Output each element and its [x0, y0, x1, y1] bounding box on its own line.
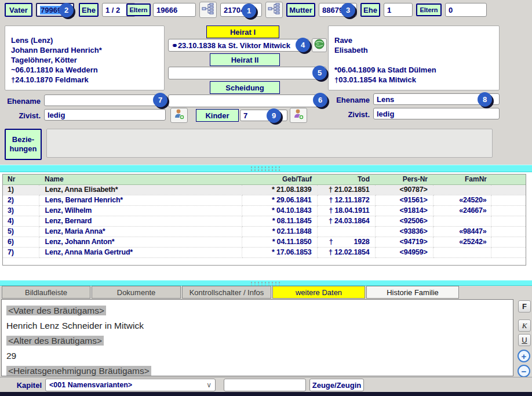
- table-cell: * 04.11.1850: [242, 237, 317, 247]
- kapitel-dropdown[interactable]: <001 Namensvarianten> ∨: [45, 379, 216, 391]
- table-cell: * 04.10.1843: [242, 205, 317, 216]
- chevron-down-icon: ∨: [206, 381, 212, 389]
- table-row[interactable]: 2)Lens, Bernard Henrich** 29.06.1841† 12…: [3, 195, 526, 205]
- pedigree-tree-icon: [202, 3, 214, 17]
- tab-historie-familie[interactable]: Historie Familie: [366, 286, 459, 299]
- relations-panel: [46, 129, 493, 158]
- table-cell: * 02.11.1848: [242, 226, 317, 237]
- table-cell: [317, 226, 375, 237]
- table-cell: «25242»: [433, 237, 491, 247]
- table-cell: 7): [3, 247, 39, 257]
- splitter-bottom[interactable]: [0, 280, 532, 286]
- zeuge-zeugin-button[interactable]: Zeuge/Zeugin: [309, 379, 364, 391]
- ehe-left-button[interactable]: Ehe: [79, 3, 99, 17]
- table-cell-gutter: [491, 216, 526, 226]
- beziehungen-button[interactable]: Bezie- hungen: [5, 129, 42, 160]
- tab-weitere-daten[interactable]: weitere Daten: [272, 286, 365, 299]
- scheidung-field[interactable]: [168, 95, 326, 107]
- eltern-right-field[interactable]: 0: [445, 3, 487, 17]
- details-pane[interactable]: <Vater des Bräutigams>Henrich Lenz Schne…: [1, 299, 513, 376]
- table-row[interactable]: 6)Lenz, Johann Anton** 04.11.1850† 1928<…: [3, 237, 526, 247]
- zoom-out-button[interactable]: −: [518, 365, 530, 377]
- bold-button[interactable]: F: [518, 300, 531, 313]
- table-row[interactable]: 7)Lenz, Anna Maria Gertrud** 17.06.1853†…: [3, 247, 526, 257]
- vater-button[interactable]: Vater: [5, 3, 32, 17]
- wife-panel: Rave Elisabeth *06.04.1809 ka Stadt Dülm…: [328, 26, 500, 90]
- table-cell: * 08.11.1845: [242, 216, 317, 226]
- add-son-button[interactable]: [170, 108, 188, 123]
- table-cell-gutter: [491, 237, 526, 247]
- ehe-right-field[interactable]: 1: [384, 3, 413, 17]
- children-table: NrNameGeb/TaufTodPers-NrFamNr 1)Lenz, An…: [2, 174, 526, 266]
- table-row[interactable]: 1)Lenz, Anna Elisabeth** 21.08.1839† 21.…: [3, 184, 526, 195]
- wife-death: †03.01.1854 ka Mitwick: [334, 75, 493, 85]
- ehe-right-button[interactable]: Ehe: [360, 3, 380, 17]
- kapitel-label: Kapitel: [9, 381, 42, 390]
- heirat1-field[interactable]: ⚭23.10.1838 ka St. Viktor Mitwick: [168, 39, 309, 52]
- table-cell: «98447»: [433, 226, 491, 237]
- heirat1-button[interactable]: Heirat I: [206, 26, 279, 38]
- beziehungen-line1: Bezie-: [12, 135, 34, 144]
- annotation-badge-6: 6: [313, 93, 327, 107]
- pedigree-tree-button-right[interactable]: [265, 2, 283, 18]
- table-cell: <93836>: [375, 226, 433, 237]
- table-cell: [433, 247, 491, 257]
- mutter-button[interactable]: Mutter: [286, 3, 315, 17]
- table-cell: † 1928: [317, 237, 375, 247]
- underline-button[interactable]: U: [518, 334, 531, 346]
- table-cell-gutter: [491, 247, 526, 257]
- splitter-top[interactable]: [0, 165, 532, 172]
- table-cell: <91814>: [375, 205, 433, 216]
- children-table-zone: NrNameGeb/TaufTodPers-NrFamNr 1)Lenz, An…: [0, 172, 532, 280]
- table-cell: † 21.02.1851: [317, 184, 375, 195]
- pedigree-tree-icon: [268, 3, 280, 17]
- zoom-in-button[interactable]: +: [518, 350, 530, 362]
- minus-icon: −: [522, 367, 527, 376]
- husband-death: †24.10.1870 Feldmark: [11, 75, 158, 85]
- detail-text-line: 29: [6, 348, 508, 364]
- annotation-badge-9: 9: [267, 108, 281, 123]
- italic-button[interactable]: K: [518, 319, 531, 332]
- zivst-left-field[interactable]: ledig: [44, 109, 166, 121]
- bottom-bar: Kapitel <001 Namensvarianten> ∨ Zeuge/Ze…: [0, 377, 532, 392]
- heirat2-field[interactable]: [168, 67, 326, 79]
- witness-input[interactable]: [224, 379, 306, 391]
- pedigree-tree-button-left[interactable]: [199, 2, 217, 18]
- tab-kontrollschalter-infos[interactable]: Kontrollschalter / Infos: [182, 286, 271, 299]
- table-row[interactable]: 4)Lenz, Bernard* 08.11.1845† 24.03.1864<…: [3, 216, 526, 226]
- heirat2-button[interactable]: Heirat II: [210, 53, 280, 66]
- beziehungen-line2: hungen: [10, 144, 37, 154]
- kinder-button[interactable]: Kinder: [196, 109, 239, 122]
- column-header[interactable]: Tod: [317, 175, 375, 184]
- scheidung-button[interactable]: Scheidung: [210, 81, 280, 94]
- column-header[interactable]: Pers-Nr: [375, 175, 433, 184]
- eltern-left-field[interactable]: 19666: [153, 3, 196, 17]
- ehename-left-field[interactable]: [44, 95, 166, 106]
- bottom-dark-strip: [0, 392, 532, 396]
- husband-givenname: Johann Bernard Henrich*: [11, 45, 158, 55]
- column-header[interactable]: Name: [39, 175, 242, 184]
- table-cell: 4): [3, 216, 39, 226]
- husband-birth: ~06.01.1810 ka Weddern: [11, 65, 158, 75]
- zivst-right-field[interactable]: ledig: [373, 108, 500, 119]
- globe-icon: [314, 39, 325, 52]
- children-table-head: NrNameGeb/TaufTodPers-NrFamNr: [3, 175, 526, 184]
- annotation-badge-4: 4: [296, 38, 310, 52]
- column-header[interactable]: Geb/Tauf: [242, 175, 317, 184]
- globe-button[interactable]: [312, 38, 327, 52]
- kapitel-dropdown-value: <001 Namensvarianten>: [49, 381, 132, 389]
- column-header[interactable]: FamNr: [433, 175, 491, 184]
- table-row[interactable]: 5)Lenz, Maria Anna** 02.11.1848<93836>«9…: [3, 226, 526, 237]
- children-table-body: 1)Lenz, Anna Elisabeth** 21.08.1839† 21.…: [3, 184, 526, 257]
- eltern-right-button[interactable]: Eltern: [416, 3, 442, 16]
- table-cell: Lenz, Wilhelm: [39, 205, 242, 216]
- ehename-right-label: Ehename: [333, 96, 370, 104]
- table-row[interactable]: 3)Lenz, Wilhelm* 04.10.1843† 18.04.1911<…: [3, 205, 526, 216]
- tab-bildlaufleiste[interactable]: Bildlaufleiste: [2, 286, 90, 299]
- add-daughter-button[interactable]: [290, 108, 307, 123]
- column-header[interactable]: Nr: [3, 175, 39, 184]
- annotation-badge-8: 8: [478, 92, 492, 107]
- eltern-left-button[interactable]: Eltern: [126, 3, 151, 16]
- zivst-left-label: Zivist.: [5, 111, 41, 120]
- tab-dokumente[interactable]: Dokumente: [92, 286, 181, 299]
